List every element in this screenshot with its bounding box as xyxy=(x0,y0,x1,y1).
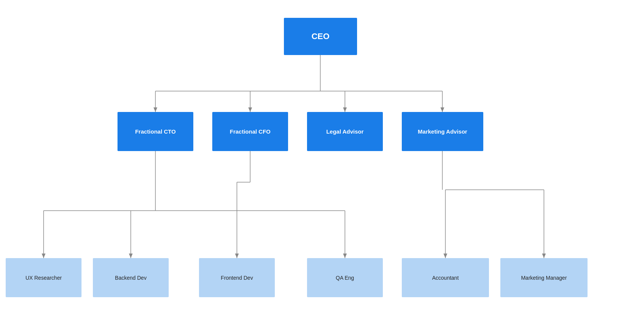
org-chart: CEO Fractional CTO Fractional CFO Legal … xyxy=(0,0,644,334)
cto-label: Fractional CTO xyxy=(135,128,175,135)
cto-node: Fractional CTO xyxy=(118,112,193,151)
frontend-node: Frontend Dev xyxy=(199,258,275,297)
svg-marker-17 xyxy=(235,254,239,258)
legal-node: Legal Advisor xyxy=(307,112,383,151)
accountant-label: Accountant xyxy=(432,275,459,281)
cfo-label: Fractional CFO xyxy=(230,128,271,135)
cfo-node: Fractional CFO xyxy=(212,112,288,151)
ceo-node: CEO xyxy=(284,18,357,55)
svg-marker-15 xyxy=(129,254,133,258)
ux-node: UX Researcher xyxy=(6,258,81,297)
accountant-node: Accountant xyxy=(402,258,489,297)
svg-marker-13 xyxy=(42,254,45,258)
frontend-label: Frontend Dev xyxy=(221,275,253,281)
svg-marker-5 xyxy=(248,107,252,112)
ceo-label: CEO xyxy=(312,32,330,41)
svg-marker-3 xyxy=(154,107,157,112)
backend-node: Backend Dev xyxy=(93,258,169,297)
svg-marker-28 xyxy=(542,254,546,258)
svg-marker-26 xyxy=(443,254,447,258)
ux-label: UX Researcher xyxy=(25,275,62,281)
marketing-advisor-label: Marketing Advisor xyxy=(418,128,467,135)
svg-marker-19 xyxy=(343,254,347,258)
qa-node: QA Eng xyxy=(307,258,383,297)
svg-marker-7 xyxy=(343,107,347,112)
marketing-manager-node: Marketing Manager xyxy=(500,258,588,297)
marketing-manager-label: Marketing Manager xyxy=(521,275,567,281)
svg-marker-9 xyxy=(440,107,444,112)
backend-label: Backend Dev xyxy=(115,275,146,281)
marketing-advisor-node: Marketing Advisor xyxy=(402,112,483,151)
qa-label: QA Eng xyxy=(336,275,354,281)
legal-label: Legal Advisor xyxy=(326,128,364,135)
